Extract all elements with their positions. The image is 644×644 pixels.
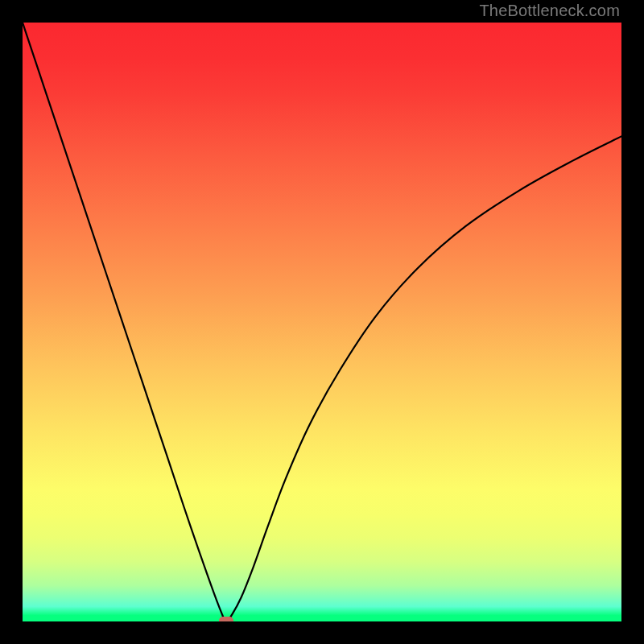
chart-frame: TheBottleneck.com xyxy=(0,0,644,644)
plot-area xyxy=(23,23,621,621)
optimal-marker xyxy=(219,617,233,621)
bottleneck-curve xyxy=(23,23,621,621)
watermark-text: TheBottleneck.com xyxy=(479,2,620,20)
curve-path xyxy=(23,23,621,621)
